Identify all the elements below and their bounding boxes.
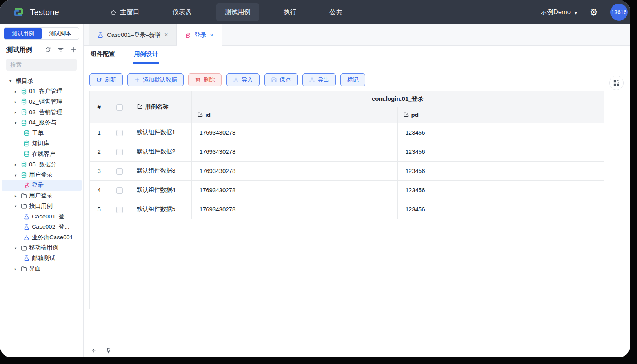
tree-item[interactable]: 知识库 <box>2 138 82 149</box>
caret-right-icon[interactable] <box>15 99 21 104</box>
tree-item[interactable]: 接口用例 <box>2 201 82 211</box>
tree-item[interactable]: Case002–登... <box>2 222 82 232</box>
case-data-table: # 用例名称 com:login:01_登录 id pd <box>90 91 604 219</box>
row-checkbox[interactable] <box>116 130 123 136</box>
button-label: 刷新 <box>105 76 116 84</box>
id-cell[interactable]: 17693430278 <box>191 200 397 219</box>
tree-item[interactable]: 02_销售管理 <box>2 96 82 107</box>
row-checkbox[interactable] <box>116 149 123 155</box>
id-cell[interactable]: 17693430278 <box>191 180 397 200</box>
tree-item[interactable]: 业务流Case001 <box>2 232 82 243</box>
id-cell[interactable]: 17693430278 <box>191 123 397 142</box>
close-icon[interactable] <box>164 31 168 39</box>
import-button[interactable]: 导入 <box>226 73 260 86</box>
workspace-selector[interactable]: 示例Demo <box>541 8 577 16</box>
tree-item[interactable]: 根目录 <box>2 76 82 86</box>
nav-item-execute[interactable]: 执行 <box>275 3 305 21</box>
tree-item[interactable]: 邮箱测试 <box>2 253 82 264</box>
tree-item[interactable]: 01_客户管理 <box>2 86 82 97</box>
sidebar-tab-testcase[interactable]: 测试用例 <box>4 28 42 39</box>
app-logo: Testone <box>12 5 59 19</box>
tree-item[interactable]: 用户登录 <box>2 191 82 201</box>
tree-item[interactable]: 用户登录 <box>2 169 82 180</box>
nav-item-label: 测试用例 <box>225 8 251 16</box>
caret-right-icon[interactable] <box>15 266 21 271</box>
save-button[interactable]: 保存 <box>264 73 298 86</box>
caret-right-icon[interactable] <box>15 89 21 94</box>
case-name-cell[interactable]: 默认组件数据3 <box>131 161 191 180</box>
tree-item[interactable]: Case001–登... <box>2 211 82 222</box>
table-row: 2 默认组件数据2 17693430278 123456 <box>90 142 604 161</box>
pd-cell[interactable]: 123456 <box>397 161 604 180</box>
tree-item[interactable]: 03_营销管理 <box>2 107 82 118</box>
plus-icon[interactable] <box>71 47 77 53</box>
caret-right-icon[interactable] <box>15 193 21 198</box>
case-name-cell[interactable]: 默认组件数据4 <box>131 180 191 200</box>
row-checkbox[interactable] <box>116 207 123 213</box>
edit-icon <box>403 112 409 118</box>
tree-item-selected[interactable]: 登录 <box>2 180 82 191</box>
pd-cell[interactable]: 123456 <box>397 123 604 142</box>
tree-item[interactable]: 移动端用例 <box>2 243 82 253</box>
refresh-icon[interactable] <box>45 47 51 53</box>
nav-item-label: 主窗口 <box>120 8 140 16</box>
delete-button[interactable]: 删除 <box>188 73 222 86</box>
export-button[interactable]: 导出 <box>302 73 336 86</box>
nav-item-dashboard[interactable]: 仪表盘 <box>164 3 200 21</box>
nav-item-label: 仪表盘 <box>172 8 192 16</box>
avatar[interactable]: 13616 <box>610 4 628 21</box>
nav-item-home[interactable]: 主窗口 <box>102 3 148 21</box>
filter-icon[interactable] <box>58 47 64 53</box>
case-name-cell[interactable]: 默认组件数据1 <box>131 123 191 142</box>
pd-cell[interactable]: 123456 <box>397 180 604 200</box>
doc-tab-case001[interactable]: Case001–登录–新增 <box>89 24 177 46</box>
row-checkbox[interactable] <box>116 168 123 175</box>
tree-item[interactable]: 05_数据分... <box>2 159 82 170</box>
case-name-cell[interactable]: 默认组件数据5 <box>131 200 191 219</box>
database-icon <box>21 98 27 105</box>
header-label: 用例名称 <box>145 103 169 110</box>
tree-item-label: 用户登录 <box>29 192 53 199</box>
select-all-checkbox[interactable] <box>116 104 123 111</box>
mark-button[interactable]: 标记 <box>340 73 365 86</box>
workspace-label: 示例Demo <box>541 8 571 16</box>
search-input[interactable] <box>10 62 84 68</box>
pin-icon[interactable] <box>105 348 112 354</box>
caret-down-icon[interactable] <box>15 120 21 125</box>
pd-cell[interactable]: 123456 <box>397 142 604 161</box>
doc-tab-login[interactable]: 登录 <box>177 24 222 46</box>
caret-right-icon[interactable] <box>15 110 21 115</box>
row-checkbox[interactable] <box>116 187 123 194</box>
refresh-button[interactable]: 刷新 <box>89 73 123 86</box>
add-default-data-button[interactable]: 添加默认数据 <box>127 73 184 86</box>
tree-item-label: 01_客户管理 <box>29 87 62 95</box>
tab-case-design[interactable]: 用例设计 <box>133 46 159 64</box>
sidebar-tab-testscript[interactable]: 测试脚本 <box>42 28 79 39</box>
nav-item-common[interactable]: 公共 <box>321 3 351 21</box>
id-cell[interactable]: 17693430278 <box>191 161 397 180</box>
caret-down-icon[interactable] <box>15 204 21 208</box>
caret-right-icon[interactable] <box>15 162 21 167</box>
caret-down-icon[interactable] <box>15 173 21 177</box>
tab-component-config[interactable]: 组件配置 <box>89 46 116 64</box>
tree-item[interactable]: 在线客户 <box>2 149 82 159</box>
collapse-left-icon[interactable] <box>90 348 96 354</box>
export-icon <box>309 77 315 83</box>
tree-item-label: 接口用例 <box>29 202 53 210</box>
id-cell[interactable]: 17693430278 <box>191 142 397 161</box>
caret-down-icon[interactable] <box>15 246 21 250</box>
caret-down-icon[interactable] <box>9 78 16 83</box>
flask-icon <box>24 255 30 261</box>
nav-item-testcases[interactable]: 测试用例 <box>216 3 259 21</box>
column-settings-button[interactable] <box>609 76 624 90</box>
row-select-cell <box>109 123 131 142</box>
close-icon[interactable] <box>210 31 214 39</box>
gear-icon[interactable] <box>590 8 598 17</box>
tab-content: 组件配置 用例设计 刷新 添加默认数据 删除 导入 保存 导出 标记 <box>84 46 630 344</box>
tree-item[interactable]: 工单 <box>2 128 82 138</box>
tree-item[interactable]: 界面 <box>2 264 82 274</box>
pd-cell[interactable]: 123456 <box>397 200 604 219</box>
top-navbar: Testone 主窗口 仪表盘 测试用例 执行 公共 示例Demo 13616 <box>0 0 630 24</box>
tree-item[interactable]: 04_服务与... <box>2 117 82 128</box>
case-name-cell[interactable]: 默认组件数据2 <box>131 142 191 161</box>
